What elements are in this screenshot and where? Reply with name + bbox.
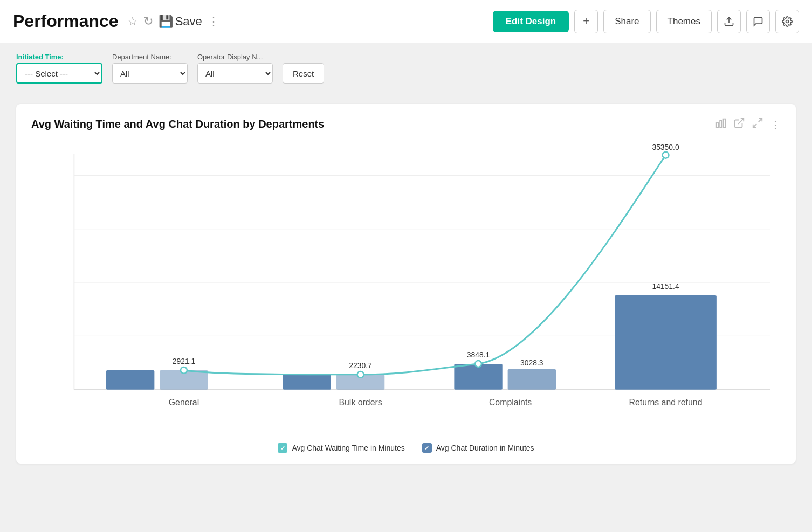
- legend-label-waiting: Avg Chat Waiting Time in Minutes: [292, 444, 404, 452]
- x-label-returns: Returns and refund: [629, 398, 703, 407]
- operator-display-select[interactable]: All: [197, 63, 273, 84]
- dot-returns: [663, 152, 669, 158]
- comment-button[interactable]: [746, 10, 770, 33]
- star-icon[interactable]: ☆: [127, 15, 138, 29]
- external-link-icon[interactable]: [733, 117, 745, 132]
- header-icon-group: ☆ ↻ 💾 Save ⋮: [127, 15, 219, 29]
- share-button[interactable]: Share: [603, 10, 650, 33]
- label-bulk-wait: 2230.7: [349, 361, 372, 370]
- svg-rect-2: [717, 123, 719, 127]
- filter-initiated-time: Initiated Time: --- Select ---: [16, 53, 102, 84]
- bar-general-duration: [106, 370, 154, 390]
- header-right: Edit Design + Share Themes: [493, 10, 799, 33]
- legend-label-duration: Avg Chat Duration in Minutes: [436, 444, 534, 452]
- dot-general: [181, 367, 187, 374]
- settings-button[interactable]: [775, 10, 799, 33]
- x-label-general: General: [169, 398, 199, 407]
- legend-box-duration: ✓: [422, 443, 432, 453]
- filter-operator-display: Operator Display N... All: [197, 53, 273, 84]
- label-returns-dur: 14151.4: [652, 282, 679, 291]
- reset-button[interactable]: Reset: [283, 63, 324, 84]
- chart-legend: ✓ Avg Chat Waiting Time in Minutes ✓ Avg…: [31, 443, 781, 453]
- initiated-time-label: Initiated Time:: [16, 53, 102, 61]
- svg-line-5: [738, 119, 744, 124]
- themes-button[interactable]: Themes: [656, 10, 712, 33]
- label-complaints-dur: 3028.3: [520, 358, 543, 367]
- header: Performance ☆ ↻ 💾 Save ⋮ Edit Design + S…: [0, 0, 812, 43]
- add-button[interactable]: +: [574, 10, 598, 33]
- waiting-time-line: [184, 155, 666, 375]
- label-returns-wait: 35350.0: [652, 143, 679, 151]
- label-complaints-wait: 3848.1: [467, 350, 490, 359]
- filter-department-name: Department Name: All: [112, 53, 188, 84]
- svg-line-7: [753, 124, 756, 127]
- save-label: Save: [175, 15, 202, 29]
- refresh-icon[interactable]: ↻: [143, 15, 153, 29]
- legend-waiting-time: ✓ Avg Chat Waiting Time in Minutes: [278, 443, 404, 453]
- legend-duration: ✓ Avg Chat Duration in Minutes: [422, 443, 534, 453]
- dot-bulk: [357, 371, 364, 378]
- page-title: Performance: [13, 11, 119, 31]
- bar-complaints-duration: [508, 369, 556, 390]
- svg-point-1: [786, 20, 789, 23]
- svg-line-6: [759, 119, 762, 122]
- label-general-wait: 2921.1: [173, 357, 196, 365]
- x-label-complaints: Complaints: [489, 398, 532, 407]
- more-options-icon[interactable]: ⋮: [770, 118, 781, 131]
- filters-bar: Initiated Time: --- Select --- Departmen…: [0, 43, 812, 93]
- legend-box-waiting: ✓: [278, 443, 287, 453]
- bar-bulk-duration: [283, 375, 331, 390]
- x-label-bulk: Bulk orders: [339, 398, 382, 407]
- export-button[interactable]: [717, 10, 741, 33]
- svg-rect-4: [724, 119, 726, 128]
- initiated-time-select[interactable]: --- Select ---: [16, 63, 102, 84]
- chart-actions: ⋮: [715, 117, 781, 132]
- more-icon[interactable]: ⋮: [208, 15, 219, 29]
- save-icon: 💾: [159, 15, 173, 29]
- edit-design-button[interactable]: Edit Design: [493, 11, 569, 32]
- bar-chart-icon[interactable]: [715, 117, 727, 132]
- chart-card: Avg Waiting Time and Avg Chat Duration b…: [16, 104, 796, 464]
- bar-returns-duration: [615, 295, 717, 390]
- svg-rect-3: [720, 120, 722, 127]
- operator-display-label: Operator Display N...: [197, 53, 273, 61]
- chart-svg: 2921.1 2230.7 3848.1 35350.0 3028.3 1415…: [31, 137, 781, 439]
- department-name-select[interactable]: All: [112, 63, 188, 84]
- dot-complaints: [475, 361, 481, 367]
- chart-area: 2921.1 2230.7 3848.1 35350.0 3028.3 1415…: [31, 137, 781, 439]
- save-button[interactable]: 💾 Save: [159, 15, 202, 29]
- department-name-label: Department Name:: [112, 53, 188, 61]
- card-header: Avg Waiting Time and Avg Chat Duration b…: [31, 117, 781, 132]
- chart-title: Avg Waiting Time and Avg Chat Duration b…: [31, 118, 324, 130]
- main-content: Avg Waiting Time and Avg Chat Duration b…: [0, 93, 812, 474]
- expand-icon[interactable]: [752, 117, 763, 132]
